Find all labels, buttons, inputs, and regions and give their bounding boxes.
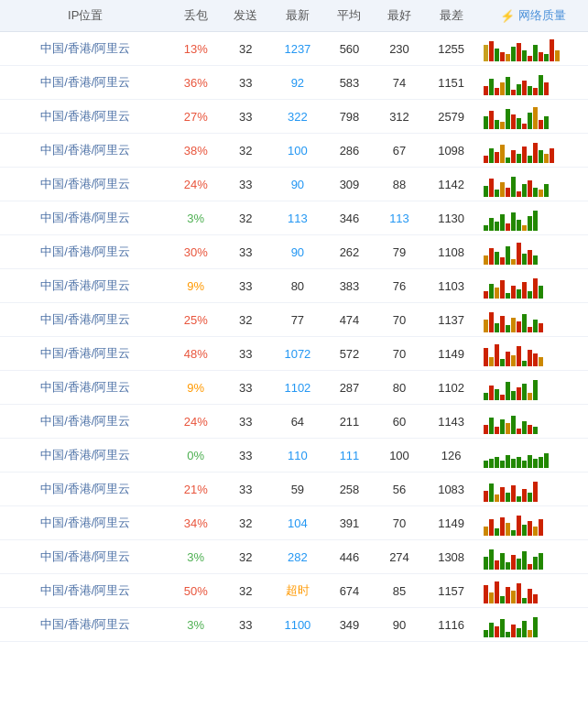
cell-location: 中国/香港/阿里云 xyxy=(0,574,170,608)
cell-best: 70 xyxy=(375,303,425,337)
table-row: 中国/香港/阿里云38%32100286671098 xyxy=(0,134,588,168)
bar-segment xyxy=(511,259,516,265)
cell-location: 中国/香港/阿里云 xyxy=(0,32,170,66)
bar-segment xyxy=(500,52,505,61)
bar-segment xyxy=(528,216,532,231)
cell-worst: 1083 xyxy=(424,473,478,506)
bar-segment xyxy=(511,47,516,61)
bar-segment xyxy=(517,118,521,129)
bar-segment xyxy=(489,284,494,299)
header-network-quality: ⚡ 网络质量 xyxy=(478,0,588,32)
bar-segment xyxy=(539,120,543,129)
cell-send: 32 xyxy=(221,574,271,608)
bar-segment xyxy=(517,43,521,61)
bar-segment xyxy=(484,291,488,299)
bar-segment xyxy=(522,489,527,502)
bar-segment xyxy=(506,562,510,570)
cell-avg: 391 xyxy=(324,506,375,540)
bar-segment xyxy=(528,393,532,400)
bar-segment xyxy=(533,380,538,400)
cell-loss: 34% xyxy=(170,506,221,540)
bar-segment xyxy=(495,88,499,95)
table-row: 中国/香港/阿里云9%331102287801102 xyxy=(0,371,588,405)
network-bar-chart xyxy=(484,171,583,197)
cell-avg: 111 xyxy=(324,439,375,473)
cell-worst: 1308 xyxy=(424,540,478,574)
cell-send: 32 xyxy=(221,134,271,168)
bar-segment xyxy=(517,457,521,468)
bar-segment xyxy=(489,218,494,231)
cell-send: 33 xyxy=(221,439,271,473)
bar-segment xyxy=(522,384,527,400)
cell-avg: 349 xyxy=(324,608,375,642)
bar-segment xyxy=(506,293,510,299)
bar-segment xyxy=(506,158,510,163)
cell-loss: 9% xyxy=(170,269,221,303)
bar-segment xyxy=(495,120,499,129)
bar-segment xyxy=(522,421,527,434)
cell-network-bar xyxy=(478,439,588,473)
cell-location: 中国/香港/阿里云 xyxy=(0,168,170,201)
bar-segment xyxy=(533,88,538,95)
bar-segment xyxy=(511,459,516,468)
cell-loss: 50% xyxy=(170,574,221,608)
bar-segment xyxy=(484,527,488,536)
cell-loss: 36% xyxy=(170,66,221,100)
bar-segment xyxy=(511,591,516,603)
cell-worst: 1130 xyxy=(424,201,478,235)
cell-location: 中国/香港/阿里云 xyxy=(0,269,170,303)
bar-segment xyxy=(511,625,516,637)
cell-best: 76 xyxy=(375,269,425,303)
bar-segment xyxy=(489,386,494,400)
cell-network-bar xyxy=(478,269,588,303)
bar-segment xyxy=(528,56,532,61)
bar-segment xyxy=(500,419,505,434)
bar-segment xyxy=(522,254,527,265)
bar-segment xyxy=(528,455,532,468)
bar-segment xyxy=(495,581,499,603)
table-row: 中国/香港/阿里云13%3212375602301255 xyxy=(0,32,588,66)
bar-segment xyxy=(544,54,549,61)
bar-segment xyxy=(500,122,505,129)
cell-send: 33 xyxy=(221,371,271,405)
cell-network-bar xyxy=(478,201,588,235)
cell-latest: 110 xyxy=(271,439,325,473)
cell-latest: 90 xyxy=(271,168,325,201)
bar-segment xyxy=(489,418,494,434)
cell-send: 33 xyxy=(221,608,271,642)
bar-segment xyxy=(517,321,521,332)
bar-segment xyxy=(506,223,510,231)
bar-segment xyxy=(500,619,505,637)
cell-latest: 80 xyxy=(271,269,325,303)
bar-segment xyxy=(528,180,532,197)
bar-segment xyxy=(495,222,499,231)
bar-segment xyxy=(517,243,521,265)
bar-segment xyxy=(495,190,499,197)
bar-segment xyxy=(506,455,510,468)
header-ip-location: IP位置 xyxy=(0,0,170,32)
table-row: 中国/香港/阿里云48%331072572701149 xyxy=(0,337,588,371)
bar-segment xyxy=(506,352,510,366)
cell-worst: 1142 xyxy=(424,168,478,201)
bar-segment xyxy=(506,325,510,332)
bar-segment xyxy=(489,41,494,61)
bar-segment xyxy=(506,493,510,502)
bar-segment xyxy=(489,549,494,570)
network-bar-chart xyxy=(484,273,583,299)
bar-segment xyxy=(533,211,538,231)
bar-segment xyxy=(528,86,532,95)
table-row: 中国/香港/阿里云25%3277474701137 xyxy=(0,303,588,337)
bar-segment xyxy=(533,107,538,129)
bar-segment xyxy=(522,225,527,231)
cell-avg: 674 xyxy=(324,574,375,608)
bar-segment xyxy=(506,246,510,265)
bar-segment xyxy=(511,90,516,95)
cell-send: 33 xyxy=(221,405,271,439)
network-icon: ⚡ xyxy=(500,9,515,23)
cell-location: 中国/香港/阿里云 xyxy=(0,66,170,100)
bar-segment xyxy=(528,564,532,570)
bar-segment xyxy=(522,50,527,61)
bar-segment xyxy=(511,485,516,502)
cell-latest: 92 xyxy=(271,66,325,100)
cell-loss: 9% xyxy=(170,371,221,405)
